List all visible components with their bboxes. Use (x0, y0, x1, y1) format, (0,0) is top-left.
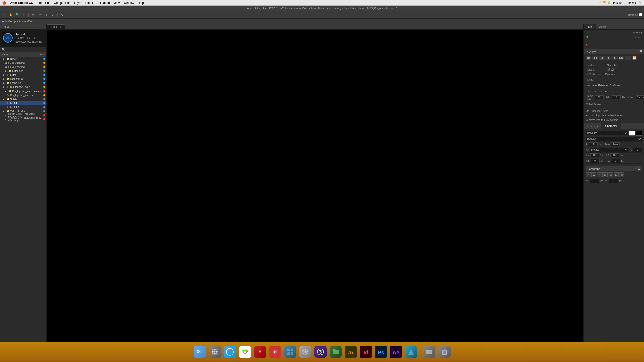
dock-app15[interactable] (404, 345, 418, 359)
indent-before-input[interactable] (590, 179, 599, 183)
fullscreen-checkbox[interactable]: ☐ (586, 103, 588, 106)
prev-stop[interactable]: ■ (606, 56, 611, 60)
tool-brush[interactable]: 🖌 (50, 12, 56, 17)
prev-first-frame[interactable]: ⏮ (586, 56, 591, 60)
tab-close[interactable]: ✕ (60, 26, 62, 28)
tool-hand[interactable]: ✋ (8, 12, 14, 17)
tool-pen[interactable]: ✏ (37, 12, 43, 17)
dock-folder[interactable] (422, 345, 436, 359)
project-search-input[interactable] (6, 48, 45, 51)
list-item[interactable]: 🖼 889398242.jpg (0, 65, 46, 69)
dock-tor[interactable] (313, 345, 328, 359)
list-item[interactable]: ▶ 📁 Ria_logotyp_svart Layers (0, 89, 46, 93)
apple-menu[interactable]: 🍎 (2, 1, 6, 5)
dock-trash[interactable] (437, 345, 452, 359)
list-item[interactable]: ⊞ tveffekt2 (0, 105, 46, 109)
list-item[interactable]: ▶ 📁 knappttryck (0, 77, 46, 81)
prev-play[interactable]: ▶ (612, 56, 618, 60)
tab-libraries[interactable]: Libraries (584, 123, 601, 129)
font-size-input[interactable] (589, 142, 598, 146)
dock-launchpad[interactable] (208, 345, 222, 359)
list-item[interactable]: ▶ 📁 neonskylt (0, 81, 46, 85)
baseline-input[interactable] (591, 159, 600, 163)
dock-aftereffects[interactable]: Ae (389, 345, 403, 359)
menu-window[interactable]: Window (123, 1, 134, 5)
tab-info[interactable]: Info (584, 24, 596, 29)
dock-acrobat[interactable]: A (253, 345, 267, 359)
cache-checkbox[interactable]: ☑ (586, 73, 588, 75)
menu-composition[interactable]: Composition (54, 1, 71, 5)
justify-right-btn[interactable]: ⊟ (614, 172, 619, 177)
tool-rotate[interactable]: ↻ (21, 12, 27, 17)
menu-ae[interactable]: After Effects CC (10, 1, 33, 5)
skip-input[interactable] (612, 95, 621, 99)
tool-rect[interactable]: ▭ (30, 12, 36, 17)
overflow-icon[interactable]: ⋯ (615, 68, 618, 71)
dock-mosaic[interactable] (283, 345, 297, 359)
list-item[interactable]: ▶ ⊞ Ria_logotyp_svart (0, 85, 46, 89)
para-menu-icon[interactable]: ☰ (638, 167, 640, 170)
frame-rate-input[interactable] (595, 95, 604, 99)
menu-help[interactable]: Help (138, 1, 144, 5)
justify-center-btn[interactable]: ⊟ (608, 172, 613, 177)
dock-chrome[interactable] (238, 345, 252, 359)
dock-indesign[interactable]: Id (359, 345, 373, 359)
menu-edit[interactable]: Edit (45, 1, 50, 5)
list-item[interactable]: 🖼 853862918.jpg (0, 61, 46, 65)
list-item[interactable]: ▶ VHS Ove...4K FREE high quality effects… (0, 117, 46, 121)
preview-options-icon[interactable]: ☰ (639, 50, 642, 53)
tool-text[interactable]: T (44, 12, 49, 17)
search-menubar[interactable]: 🔍 (638, 1, 642, 4)
font-family-select[interactable]: Helvetica (586, 131, 628, 135)
tool-zoom[interactable]: 🔍 (15, 12, 20, 17)
audio-icon-include[interactable]: 🔊 (611, 68, 614, 71)
dock-photoshop[interactable]: Ps (374, 345, 388, 359)
prev-fwd-frame[interactable]: ▶▶ (619, 56, 624, 60)
menu-view[interactable]: View (113, 1, 120, 5)
dock-finder[interactable]: :) (193, 345, 207, 359)
dock-safari[interactable] (223, 345, 237, 359)
list-item[interactable]: Ai Ria_logotyp_svart.ai (0, 93, 46, 97)
hscale-input[interactable] (590, 153, 599, 157)
leading-input[interactable] (611, 142, 620, 146)
comp-breadcrumb-comp[interactable]: Composition tveffekt (8, 20, 33, 23)
tsz-input[interactable] (611, 159, 620, 163)
metrics-select[interactable]: metrics (590, 148, 629, 152)
justify-all-btn[interactable]: ⊠ (619, 172, 624, 177)
tab-audio[interactable]: Audio (596, 24, 610, 29)
dock-photos[interactable]: B (268, 345, 282, 359)
list-item[interactable]: ▶ 📁 Glitchigen (0, 69, 46, 73)
caching-radio[interactable]: ◉ (586, 114, 588, 117)
color-swatch-white[interactable] (629, 131, 635, 136)
list-item[interactable]: ⊞ tveffekt (0, 101, 46, 105)
move-time-checkbox[interactable]: ☑ (586, 119, 588, 121)
tab-character[interactable]: Character (601, 123, 621, 129)
justify-left-btn[interactable]: ⊟ (602, 172, 608, 177)
viewer-tab-tveffekt[interactable]: tveffekt ✕ (47, 24, 65, 29)
menu-animation[interactable]: Animation (96, 1, 110, 5)
menu-effect[interactable]: Effect (85, 1, 93, 5)
dock-sysprefs[interactable] (298, 345, 312, 359)
list-item[interactable]: ▶ 📁 Solids (0, 97, 46, 101)
indent-after-input[interactable] (609, 179, 618, 183)
tool-select[interactable]: ↖ (2, 12, 7, 17)
dock-filebrowser[interactable] (329, 345, 343, 359)
menu-layer[interactable]: Layer (74, 1, 82, 5)
dock-illustrator[interactable]: Ai (344, 345, 358, 359)
menu-file[interactable]: File (37, 1, 42, 5)
video-icon-include[interactable]: 🎬 (607, 68, 610, 71)
list-item[interactable]: ▶ 📁 Bilder (0, 57, 46, 61)
prev-last-frame[interactable]: ⏭ (625, 56, 631, 60)
prev-loop[interactable]: 🔁 (632, 56, 637, 60)
tracking-input[interactable] (633, 148, 642, 152)
snap-checkbox[interactable] (639, 13, 642, 16)
list-item[interactable]: ▶ ⊞ Glitch (0, 73, 46, 77)
tool-puppet[interactable]: ⊕ (59, 12, 65, 17)
align-left-btn[interactable]: ≡ (586, 172, 591, 177)
vscale-input[interactable] (610, 153, 619, 157)
font-style-select[interactable]: Regular (586, 137, 642, 141)
prev-play-back[interactable]: ◀ (599, 56, 605, 60)
color-swatch-black[interactable] (636, 131, 642, 136)
res-select[interactable]: Auto Full Half (636, 95, 644, 99)
prev-back-frame[interactable]: ◀◀ (592, 56, 598, 60)
